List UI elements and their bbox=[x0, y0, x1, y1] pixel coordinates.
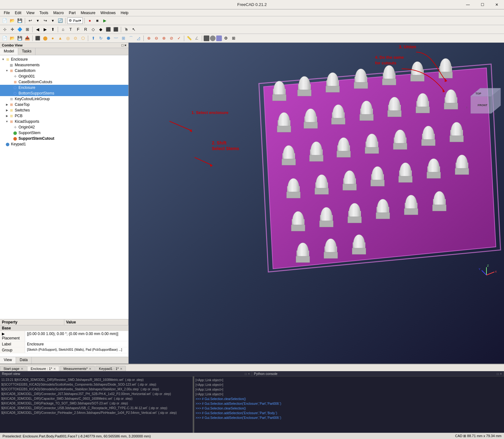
view-right[interactable]: R bbox=[82, 26, 89, 33]
box-btn[interactable]: ⬛ bbox=[34, 35, 41, 42]
play-button[interactable]: ▶ bbox=[101, 17, 108, 24]
tree-item-enclosure[interactable]: ▼ ⊞ Enclosure bbox=[0, 57, 128, 62]
redo-button[interactable]: ↪ bbox=[42, 17, 49, 24]
prism-btn[interactable]: ⬡ bbox=[79, 35, 86, 42]
boolean-union[interactable]: ⊕ bbox=[145, 35, 152, 42]
tree-item-kicadsupports[interactable]: ▼ ⊞ KicadSupports bbox=[0, 119, 128, 124]
measure-angular[interactable]: ∠ bbox=[193, 35, 200, 42]
color-surface[interactable] bbox=[216, 35, 222, 41]
tree-item-bottomsupportstems[interactable]: ⬡ BottomSupportStems bbox=[0, 90, 128, 96]
color-solid[interactable] bbox=[204, 35, 209, 41]
tab-model[interactable]: Model bbox=[0, 48, 18, 55]
color-wire[interactable] bbox=[210, 35, 216, 41]
measure-linear[interactable]: 📏 bbox=[186, 35, 193, 42]
tree-item-keypad1[interactable]: ⬤ Keypad1 bbox=[0, 141, 128, 147]
tree-item-measurements[interactable]: ▦ Measurements bbox=[0, 62, 128, 68]
tree-item-casebottom[interactable]: ▼ ⊞ CaseBottom bbox=[0, 68, 128, 73]
report-view-close[interactable]: × bbox=[248, 372, 250, 376]
menu-help[interactable]: Help bbox=[118, 10, 131, 16]
torus-btn[interactable]: ◎ bbox=[64, 35, 71, 42]
view-iso[interactable]: ◇ bbox=[90, 26, 97, 33]
boolean-cut[interactable]: ⊖ bbox=[153, 35, 160, 42]
revolve-btn[interactable]: ↻ bbox=[97, 35, 104, 42]
tree-item-casebottomcutouts[interactable]: ⊞ CaseBottomCutouts bbox=[0, 79, 128, 85]
python-console-maximize[interactable]: □ bbox=[497, 372, 499, 376]
open-button[interactable]: 📂 bbox=[9, 17, 16, 24]
tab-keypad1-close[interactable]: ✕ bbox=[120, 367, 122, 371]
undo-button[interactable]: ↩ bbox=[27, 17, 34, 24]
window-controls[interactable]: — ☐ ✕ bbox=[461, 0, 504, 9]
menu-tools[interactable]: Tools bbox=[37, 10, 51, 16]
prop-value-placement[interactable]: [(0.00 0.00 1.00); 0.00 °; (0.00 mm 0.00… bbox=[25, 331, 128, 341]
new-part[interactable]: 📄 bbox=[1, 35, 8, 42]
cylinder-btn[interactable]: ⬤ bbox=[42, 35, 49, 42]
nav-forward-button[interactable]: ▶ bbox=[42, 26, 49, 33]
python-console-controls[interactable]: □ × bbox=[497, 372, 502, 376]
extrude-btn[interactable]: ⬆ bbox=[90, 35, 97, 42]
select-button[interactable]: ⊹ bbox=[1, 26, 8, 33]
fit-all-button[interactable]: ⊞ bbox=[24, 26, 31, 33]
tree-item-supportstem[interactable]: ⬤ SupportStem bbox=[0, 130, 128, 136]
boolean-intersect[interactable]: ⊗ bbox=[160, 35, 167, 42]
python-console-close[interactable]: × bbox=[500, 372, 502, 376]
boolean-xor[interactable]: ⊘ bbox=[168, 35, 175, 42]
zoom-button[interactable]: 🔷 bbox=[16, 26, 23, 33]
tree-item-enclosure-2[interactable]: ⬡ Enclosure bbox=[0, 85, 128, 90]
pan-button[interactable]: ✛ bbox=[9, 26, 16, 33]
save-part[interactable]: 💾 bbox=[16, 35, 23, 42]
tab-enclosure[interactable]: Enclosure : 1* ✕ bbox=[27, 366, 59, 371]
menu-part[interactable]: Part bbox=[66, 10, 78, 16]
view-top[interactable]: T bbox=[67, 26, 74, 33]
report-view-controls[interactable]: □ × bbox=[245, 372, 250, 376]
toolbar-extra1[interactable]: ⚙ bbox=[223, 35, 229, 42]
tree-item-origin001[interactable]: ✛ Origin001 bbox=[0, 73, 128, 79]
tree-item-origin042[interactable]: ✛ Origin042 bbox=[0, 124, 128, 130]
toolbar-extra2[interactable]: ⊞ bbox=[230, 35, 237, 42]
tab-measurements-close[interactable]: ✕ bbox=[89, 367, 91, 371]
menu-windows[interactable]: Windows bbox=[98, 10, 118, 16]
redo-dropdown[interactable]: ▾ bbox=[49, 17, 56, 24]
tree-item-switches[interactable]: ▶ ⊞ Switches bbox=[0, 107, 128, 113]
tab-keypad1[interactable]: Keypad1 : 1* ✕ bbox=[95, 366, 126, 371]
undo-dropdown[interactable]: ▾ bbox=[34, 17, 41, 24]
menu-measure[interactable]: Measure bbox=[78, 10, 98, 16]
menu-view[interactable]: View bbox=[24, 10, 37, 16]
tree-item-casetop[interactable]: ▶ ⊞ CaseTop bbox=[0, 102, 128, 107]
open-part[interactable]: 📂 bbox=[9, 35, 16, 42]
tab-tasks[interactable]: Tasks bbox=[18, 48, 36, 55]
tab-data[interactable]: Data bbox=[16, 357, 32, 364]
maximize-button[interactable]: ☐ bbox=[475, 0, 490, 9]
workbench-dropdown[interactable]: ⚙ Part ▾ bbox=[67, 18, 83, 24]
mouse-icon[interactable]: 🖱 bbox=[123, 26, 130, 33]
view-front[interactable]: F bbox=[75, 26, 82, 33]
chamfer-btn[interactable]: ◿ bbox=[135, 35, 142, 42]
cursor-icon[interactable]: ↖ bbox=[130, 26, 137, 33]
sweep-btn[interactable]: 〰 bbox=[112, 35, 119, 42]
tree-item-pcb[interactable]: ▶ ⊞ PCB bbox=[0, 113, 128, 119]
view-iso2[interactable]: ◆ bbox=[97, 26, 104, 33]
save-button[interactable]: 💾 bbox=[16, 17, 23, 24]
nav-back-button[interactable]: ◀ bbox=[34, 26, 41, 33]
new-button[interactable]: 📄 bbox=[1, 17, 8, 24]
view-r2[interactable]: ⬛ bbox=[112, 26, 119, 33]
sphere-btn[interactable]: ● bbox=[49, 35, 56, 42]
tab-enclosure-close[interactable]: ✕ bbox=[53, 367, 56, 371]
nav-up-button[interactable]: ⬆ bbox=[49, 26, 56, 33]
combo-view-controls[interactable]: □ × bbox=[121, 43, 126, 47]
tree-item-keycutoutlinkgroup[interactable]: ⊞ KeyCutoutLinkGroup bbox=[0, 96, 128, 102]
prop-value-group[interactable]: [Sketch (PcbSupport), Sketch001 (Walls),… bbox=[25, 347, 128, 353]
menu-edit[interactable]: Edit bbox=[12, 10, 24, 16]
tube-btn[interactable]: ⊙ bbox=[72, 35, 79, 42]
cone-btn[interactable]: ▲ bbox=[57, 35, 64, 42]
menu-file[interactable]: File bbox=[1, 10, 12, 16]
fillet-btn[interactable]: ⌒ bbox=[127, 35, 134, 42]
menu-macro[interactable]: Macro bbox=[51, 10, 66, 16]
refresh-button[interactable]: 🔄 bbox=[57, 17, 64, 24]
import-btn[interactable]: 📥 bbox=[24, 35, 31, 42]
tab-measurements[interactable]: Measurements* ✕ bbox=[60, 366, 95, 371]
tab-startpage-close[interactable]: ✕ bbox=[21, 367, 23, 371]
view-b[interactable]: ⬛ bbox=[105, 26, 112, 33]
close-button[interactable]: ✕ bbox=[490, 0, 504, 9]
report-view-maximize[interactable]: □ bbox=[245, 372, 247, 376]
stop-button[interactable]: ● bbox=[86, 17, 93, 24]
